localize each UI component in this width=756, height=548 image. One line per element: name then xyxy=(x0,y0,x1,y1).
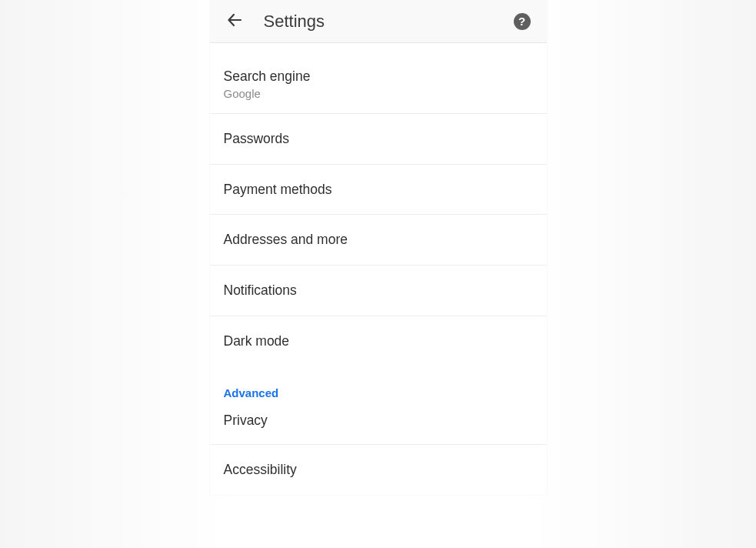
settings-list: Search engine Google Passwords Payment m… xyxy=(210,43,547,495)
settings-item-privacy[interactable]: Privacy xyxy=(210,403,547,446)
item-title: Payment methods xyxy=(224,181,533,199)
settings-item-notifications[interactable]: Notifications xyxy=(210,266,547,316)
item-title: Notifications xyxy=(224,282,533,299)
settings-item-search-engine[interactable]: Search engine Google xyxy=(210,49,547,114)
item-title: Accessibility xyxy=(224,461,533,479)
settings-item-dark-mode[interactable]: Dark mode xyxy=(210,316,547,366)
item-subtitle: Google xyxy=(224,87,533,101)
settings-item-accessibility[interactable]: Accessibility xyxy=(210,445,547,495)
settings-item-payment-methods[interactable]: Payment methods xyxy=(210,165,547,216)
item-title: Privacy xyxy=(224,412,533,429)
section-header-advanced: Advanced xyxy=(210,366,547,403)
settings-item-passwords[interactable]: Passwords xyxy=(210,114,547,165)
help-button[interactable]: ? xyxy=(508,8,536,35)
item-title: Addresses and more xyxy=(224,231,533,249)
page-title: Settings xyxy=(264,12,508,32)
arrow-left-icon xyxy=(225,11,244,32)
help-icon: ? xyxy=(514,13,531,30)
app-bar: Settings ? xyxy=(210,0,547,43)
settings-panel: Settings ? Search engine Google Password… xyxy=(210,0,547,495)
item-title: Dark mode xyxy=(224,332,533,350)
back-button[interactable] xyxy=(219,6,250,37)
item-title: Passwords xyxy=(224,130,533,148)
item-title: Search engine xyxy=(224,68,533,85)
settings-item-addresses[interactable]: Addresses and more xyxy=(210,215,547,266)
